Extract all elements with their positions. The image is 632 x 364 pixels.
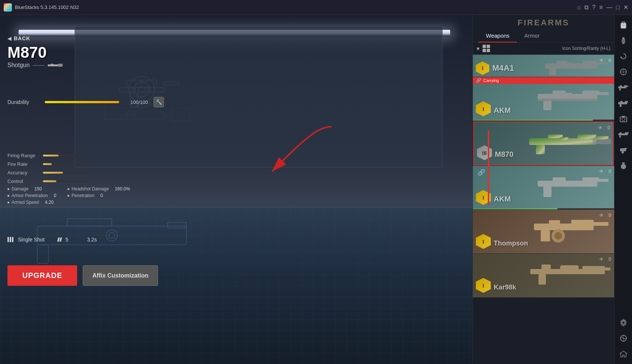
- main-layout: ◀ BACK M870 Shotgun —— Durability: [0, 15, 632, 364]
- maximize-icon[interactable]: □: [616, 4, 620, 11]
- svg-rect-57: [541, 230, 550, 241]
- affix-button[interactable]: Affix Customization: [83, 265, 158, 286]
- svg-rect-41: [538, 99, 597, 101]
- menu-icon[interactable]: ≡: [599, 4, 603, 11]
- weapon-card-akm-carrying[interactable]: 🔗 Carrying I AKM: [473, 77, 614, 121]
- firearms-title: FIREARMS: [478, 18, 609, 28]
- svg-rect-43: [578, 134, 596, 139]
- svg-rect-38: [543, 100, 552, 110]
- svg-rect-37: [553, 91, 566, 94]
- sidebar-icon-map[interactable]: [616, 331, 631, 345]
- help-icon[interactable]: ?: [592, 4, 595, 11]
- tab-weapons[interactable]: Weapons: [478, 29, 517, 42]
- weapon-name-akm1: AKM: [494, 106, 511, 115]
- svg-rect-98: [622, 162, 625, 164]
- bluestacks-logo: [4, 3, 12, 12]
- back-button[interactable]: ◀ BACK: [7, 35, 30, 41]
- sidebar-icon-shotgun[interactable]: [616, 127, 631, 142]
- sidebar-icon-ammo[interactable]: [616, 34, 631, 48]
- svg-rect-3: [164, 82, 179, 85]
- sidebar-icon-rifle2[interactable]: [616, 96, 631, 110]
- weapon-name-m4a1: M4A1: [492, 63, 514, 73]
- svg-rect-14: [171, 108, 190, 121]
- akm2-progress-bar: [473, 208, 614, 209]
- eye-icon-thompson: 👁: [599, 213, 604, 218]
- backpack-icon: [619, 21, 628, 29]
- sidebar-icon-handgun[interactable]: [616, 143, 631, 157]
- sidebar-icon-home[interactable]: [616, 347, 631, 361]
- svg-rect-91: [619, 135, 621, 138]
- app-title: BlueStacks 5.3.145.1002 N32: [15, 4, 577, 10]
- svg-rect-61: [530, 269, 605, 274]
- svg-rect-5: [137, 103, 150, 108]
- title-bar-controls: ⌂ ⧉ ? ≡ — □ ✕: [577, 4, 628, 11]
- svg-rect-4: [130, 92, 138, 107]
- panel-scrollbar[interactable]: [488, 130, 489, 205]
- eye-count-kar98k: 0: [609, 257, 611, 262]
- home-icon[interactable]: ⌂: [577, 4, 581, 11]
- sidebar-icon-gear[interactable]: [616, 316, 631, 330]
- svg-rect-55: [571, 220, 594, 224]
- sidebar-icon-rifle1[interactable]: [616, 80, 631, 95]
- weapon-card-thompson[interactable]: I Thompson 👁 0: [473, 210, 614, 254]
- sidebar-icon-scope[interactable]: [616, 65, 631, 79]
- multi-icon[interactable]: ⧉: [584, 4, 588, 11]
- close-icon[interactable]: ✕: [623, 4, 628, 11]
- weapon-card-akm2[interactable]: 🔗 I AKM 👁 0: [473, 166, 614, 210]
- green-link-akm2: 🔗: [478, 169, 485, 176]
- svg-rect-34: [568, 63, 573, 64]
- home-icon: [619, 350, 628, 358]
- grid-view-button[interactable]: [483, 45, 490, 52]
- akm2-gun-image: [538, 171, 612, 201]
- svg-rect-32: [549, 69, 556, 75]
- svg-rect-44: [548, 134, 563, 138]
- sidebar-icon-backpack[interactable]: [616, 18, 631, 32]
- grid-cell-3: [483, 49, 486, 52]
- tab-armor[interactable]: Armor: [517, 29, 547, 42]
- akm1-progress-fill: [473, 120, 593, 121]
- eye-icon-kar98k: 👁: [599, 257, 604, 262]
- akm1-gun-image: [538, 85, 612, 114]
- weapon-name-m870: M870: [495, 150, 514, 159]
- eye-count-thompson: 0: [609, 213, 611, 218]
- title-bar: BlueStacks 5.3.145.1002 N32 ⌂ ⧉ ? ≡ — □ …: [0, 0, 632, 15]
- svg-rect-89: [625, 132, 629, 134]
- svg-rect-2: [119, 88, 164, 92]
- svg-rect-62: [582, 266, 605, 270]
- svg-point-99: [622, 321, 625, 324]
- grid-cell-4: [487, 49, 490, 52]
- eye-count-m4a1: 0: [609, 58, 611, 63]
- m870-gun-image: [529, 128, 611, 158]
- svg-rect-66: [560, 265, 579, 270]
- kar98k-gun-image: [530, 259, 612, 289]
- collapse-icon[interactable]: ▾: [477, 45, 480, 52]
- weapon-name-akm2: AKM: [494, 195, 511, 203]
- sidebar-icon-refresh[interactable]: [616, 49, 631, 63]
- sidebar-icon-camera[interactable]: [616, 112, 631, 126]
- game-area: ◀ BACK M870 Shotgun —— Durability: [0, 15, 473, 364]
- svg-rect-53: [595, 179, 609, 182]
- minimize-icon[interactable]: —: [606, 4, 612, 11]
- repair-button[interactable]: 🔧: [154, 97, 164, 107]
- sort-label[interactable]: Icon Sorting/Rarity (H-L): [493, 46, 610, 51]
- svg-rect-54: [534, 224, 594, 230]
- svg-rect-90: [620, 132, 622, 133]
- refresh-icon: [619, 52, 628, 60]
- upgrade-button[interactable]: Upgrade: [7, 265, 77, 286]
- sidebar-icon-grenade[interactable]: [616, 159, 631, 173]
- svg-rect-49: [538, 181, 597, 187]
- weapons-list[interactable]: I M4A1 👁 0: [473, 55, 614, 364]
- svg-rect-82: [625, 101, 628, 103]
- svg-rect-56: [549, 220, 560, 224]
- svg-rect-64: [538, 274, 546, 285]
- weapon-card-m870[interactable]: III M870: [473, 121, 614, 165]
- weapon-card-m4a1[interactable]: I M4A1 👁 0: [473, 55, 614, 77]
- akm2-progress-fill: [473, 208, 557, 209]
- weapon-name-kar98k: Kar98k: [494, 284, 516, 291]
- svg-rect-48: [592, 139, 611, 144]
- grenade-icon: [619, 162, 628, 170]
- thompson-gun-image: [534, 215, 612, 245]
- svg-rect-45: [536, 145, 545, 154]
- eye-icon-m870: 👁: [598, 125, 603, 130]
- weapon-card-kar98k[interactable]: I Kar98k 👁 0: [473, 254, 614, 298]
